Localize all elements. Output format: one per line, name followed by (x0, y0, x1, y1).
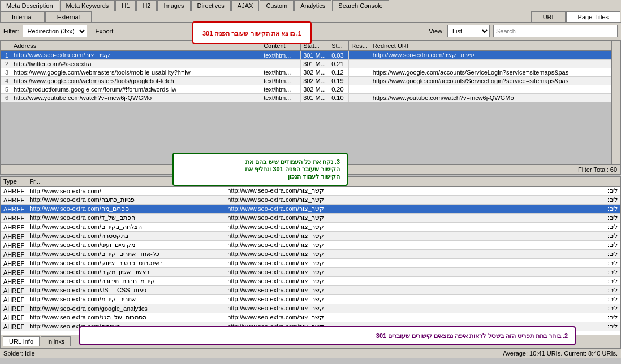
table-row[interactable]: 1 http://www.seo-extra.com/קשר_צור text/… (1, 51, 620, 60)
row-from: http://www.seo-extra.com/הפתם_של_ד (27, 214, 225, 223)
export-button[interactable]: Export (90, 25, 119, 37)
table-row[interactable]: AHREF http://www.seo-extra.com/פנייות_כת… (1, 196, 620, 205)
table-row[interactable]: 5 http://productforums.google.com/forum/… (1, 85, 620, 94)
col-type: Type (1, 177, 27, 187)
row-from: http://www.seo-extra.com/הצלחה_בקידום (27, 223, 225, 232)
row-to: http://www.seo-extra.com/קשר_צור (225, 313, 603, 322)
tab-h2[interactable]: H2 (136, 0, 157, 11)
row-number: 3 (1, 68, 11, 77)
row-suffix: :לים (603, 322, 620, 331)
table-row[interactable]: 2 http://twitter.com/#!/seoextra 301 M..… (1, 60, 620, 68)
tab-h1[interactable]: H1 (115, 0, 136, 11)
status-left: Spider: Idle (3, 350, 35, 357)
row-to: http://www.seo-extra.com/קשר_צור (225, 241, 603, 250)
row-stat: 302 M... (301, 77, 329, 85)
row-type: AHREF (1, 295, 27, 304)
second-nav-row: Internal External URI Page Titles (0, 11, 621, 23)
tab-meta-description[interactable]: Meta Description (0, 0, 59, 11)
row-type: AHREF (1, 322, 27, 331)
table-row[interactable]: AHREF http://www.seo-extra.com/קידומ_חבר… (1, 277, 620, 286)
table-row[interactable]: AHREF http://www.seo-extra.com/באינטרנט_… (1, 259, 620, 268)
row-from: http://www.seo-extra.com/כל-אחד_אתרים_קי… (27, 250, 225, 259)
row-from: http://www.seo-extra.com/מקומיים_ועיני (27, 241, 225, 250)
tab-search-console[interactable]: Search Console (332, 0, 389, 11)
tab-ajax[interactable]: AJAX (231, 0, 260, 11)
table-row[interactable]: AHREF http://www.seo-extra.com/הסמכות_של… (1, 313, 620, 322)
bottom-table-container: Type Fr... To AHREF http://www.seo-extra… (1, 176, 620, 335)
table-row[interactable]: AHREF http://www.seo-extra.com/בתקסטרה h… (1, 232, 620, 241)
tab-page-titles[interactable]: Page Titles (566, 11, 620, 22)
second-tabs-right: URI Page Titles (531, 11, 621, 22)
row-suffix: :לים (603, 205, 620, 214)
tab-internal[interactable]: Internal (0, 11, 45, 22)
col-num (1, 41, 11, 51)
row-type: AHREF (1, 259, 27, 268)
callout-purple: 2. בוחר בתת תפריט הזה בשכיל לראות איפה נ… (79, 326, 576, 345)
row-st: 0.19 (329, 77, 349, 85)
row-type: AHREF (1, 187, 27, 196)
row-type: AHREF (1, 205, 27, 214)
row-type: AHREF (1, 313, 27, 322)
row-from: http://www.seo-extra.com/ (27, 187, 225, 196)
table-row[interactable]: AHREF http://www.seo-extra.com/JS_ו_CSS_… (1, 286, 620, 295)
row-from: http://www.seo-extra.com/google_analytic… (27, 304, 225, 313)
table-row[interactable]: AHREF http://www.seo-extra.com/כל-אחד_את… (1, 250, 620, 259)
row-address: http://productforums.google.com/forum/#!… (11, 85, 261, 94)
tab-directives[interactable]: Directives (191, 0, 231, 11)
tab-uri[interactable]: URI (531, 11, 566, 22)
row-suffix: :לים (603, 241, 620, 250)
row-redirect: https://www.youtube.com/watch?v=mcw6j-QW… (370, 94, 620, 102)
row-suffix: :לים (603, 250, 620, 259)
row-suffix: :לים (603, 214, 620, 223)
row-stat: 302 M... (301, 85, 329, 94)
row-to: http://www.seo-extra.com/קשר_צור (225, 268, 603, 277)
row-content: text/htm... (261, 51, 301, 60)
row-redirect: https://www.google.com/accounts/ServiceL… (370, 77, 620, 85)
row-type: AHREF (1, 304, 27, 313)
table-row[interactable]: AHREF http://www.seo-extra.com/ http://w… (1, 187, 620, 196)
row-redirect: http://www.seo-extra.com/יצירת_קשר (370, 51, 620, 60)
table-row[interactable]: 6 http://www.youtube.com/watch?v=mcw6j-Q… (1, 94, 620, 102)
search-input[interactable] (493, 25, 618, 37)
row-redirect (370, 60, 620, 68)
scrollbar-top[interactable] (611, 41, 620, 164)
row-res (349, 77, 370, 85)
row-from: http://www.seo-extra.com/באינטרנט_פרסום_… (27, 259, 225, 268)
filter-label: Filter: (3, 28, 19, 34)
filter-select[interactable]: Redirection (3xx) (23, 25, 87, 37)
row-stat: 301 M... (301, 60, 329, 68)
row-type: AHREF (1, 223, 27, 232)
table-row[interactable]: AHREF http://www.seo-extra.com/ראשון_אשו… (1, 268, 620, 277)
tab-images[interactable]: Images (157, 0, 190, 11)
table-row[interactable]: AHREF http://www.seo-extra.com/מקומיים_ו… (1, 241, 620, 250)
callout-red: 1. מוצא את הקישור שעובר הפניה 301 (192, 21, 312, 44)
tab-meta-keywords[interactable]: Meta Keywords (60, 0, 115, 11)
view-select[interactable]: List Structure (447, 25, 490, 37)
tab-analytics[interactable]: Analytics (294, 0, 331, 11)
row-res (349, 60, 370, 68)
row-from: http://www.seo-extra.com/ראשון_אשון_מקום (27, 268, 225, 277)
tab-inlinks[interactable]: Inlinks (41, 336, 71, 346)
row-to: http://www.seo-extra.com/קשר_צור (225, 259, 603, 268)
tab-url-info[interactable]: URL Info (3, 336, 40, 346)
row-number: 4 (1, 77, 11, 85)
tab-external[interactable]: External (45, 11, 92, 22)
table-row[interactable]: AHREF http://www.seo-extra.com/הצלחה_בקי… (1, 223, 620, 232)
col-redirect-uri: Redirect URI (370, 41, 620, 51)
row-res (349, 85, 370, 94)
table-row[interactable]: AHREF http://www.seo-extra.com/ספרים_מה … (1, 205, 620, 214)
table-row[interactable]: AHREF http://www.seo-extra.com/הפתם_של_ד… (1, 214, 620, 223)
tab-custom[interactable]: Custom (260, 0, 294, 11)
table-row[interactable]: 3 https://www.google.com/webmasters/tool… (1, 68, 620, 77)
table-row[interactable]: AHREF http://www.seo-extra.com/google_an… (1, 304, 620, 313)
row-to: http://www.seo-extra.com/קשר_צור (225, 295, 603, 304)
table-row[interactable]: AHREF http://www.seo-extra.com/אתרים_קיד… (1, 295, 620, 304)
row-number: 6 (1, 94, 11, 102)
table-row[interactable]: 4 https://www.google.com/webmasters/tool… (1, 77, 620, 85)
row-redirect: https://www.google.com/accounts/ServiceL… (370, 68, 620, 77)
row-from: http://www.seo-extra.com/קידומ_חברת_תיבו… (27, 277, 225, 286)
row-type: AHREF (1, 277, 27, 286)
row-redirect (370, 85, 620, 94)
row-suffix: :לים (603, 232, 620, 241)
row-address: http://www.seo-extra.com/קשר_צור (11, 51, 261, 60)
